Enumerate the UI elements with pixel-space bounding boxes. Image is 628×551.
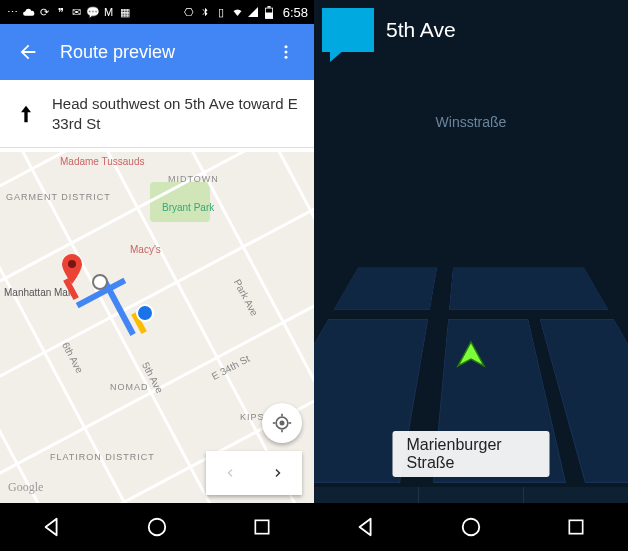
android-nav-bar xyxy=(314,503,628,551)
svg-rect-21 xyxy=(569,520,582,533)
mail-icon: ✉ xyxy=(70,6,83,19)
district-garment: GARMENT DISTRICT xyxy=(6,192,111,202)
nav-back-button[interactable] xyxy=(28,503,76,551)
nav-home-button[interactable] xyxy=(133,503,181,551)
position-cursor-icon xyxy=(454,340,488,370)
nav-recents-button[interactable] xyxy=(552,503,600,551)
svg-point-5 xyxy=(285,56,288,59)
svg-point-8 xyxy=(137,305,153,321)
poi-macys: Macy's xyxy=(130,244,161,255)
svg-point-6 xyxy=(68,260,76,268)
sync-icon: ⟳ xyxy=(38,6,51,19)
svg-rect-2 xyxy=(266,8,272,12)
current-street-label: Marienburger Straße xyxy=(393,431,550,477)
maps-header: Route preview xyxy=(0,24,314,80)
svg-rect-1 xyxy=(268,6,271,8)
bluetooth-icon xyxy=(199,6,212,19)
svg-point-4 xyxy=(285,51,288,54)
cloud-icon xyxy=(22,6,35,19)
direction-road-name: 5th Ave xyxy=(386,18,456,42)
prev-step-button[interactable] xyxy=(206,451,254,495)
svg-point-15 xyxy=(149,519,166,536)
svg-rect-16 xyxy=(255,520,268,533)
signal-icon xyxy=(247,6,260,19)
app-icon: ▦ xyxy=(118,6,131,19)
poi-manhattan-mall: Manhattan Mall xyxy=(4,287,72,298)
district-nomad: NOMAD xyxy=(110,382,149,392)
destination-pin-icon xyxy=(60,254,84,288)
chat-icon: 💬 xyxy=(86,6,99,19)
direction-bubble-icon xyxy=(322,8,374,52)
poi-tussauds: Madame Tussauds xyxy=(60,156,145,167)
next-step-button[interactable] xyxy=(254,451,302,495)
svg-point-20 xyxy=(463,519,480,536)
status-left-icons: ⋯ ⟳ ❞ ✉ 💬 M ▦ xyxy=(6,6,131,19)
district-flatiron: FLATIRON DISTRICT xyxy=(50,452,155,462)
nav-home-button[interactable] xyxy=(447,503,495,551)
direction-banner[interactable]: 5th Ave xyxy=(322,8,456,52)
nav-back-button[interactable] xyxy=(342,503,390,551)
phone-left-googlemaps: ⋯ ⟳ ❞ ✉ 💬 M ▦ ⎔ ▯ 6:58 xyxy=(0,0,314,551)
dual-screenshot-canvas: ⋯ ⟳ ❞ ✉ 💬 M ▦ ⎔ ▯ 6:58 xyxy=(0,0,628,551)
direction-text: Head southwest on 5th Ave toward E 33rd … xyxy=(52,94,298,133)
direction-arrow-icon xyxy=(16,102,36,126)
direction-step[interactable]: Head southwest on 5th Ave toward E 33rd … xyxy=(0,80,314,148)
header-title: Route preview xyxy=(60,42,270,63)
cross-street-label: Winsstraße xyxy=(436,114,507,130)
step-pager xyxy=(206,451,302,495)
location-icon: ⎔ xyxy=(183,6,196,19)
poi-park: Bryant Park xyxy=(162,202,214,213)
current-position-icon xyxy=(136,304,154,322)
status-time: 6:58 xyxy=(283,5,308,20)
google-logo: Google xyxy=(8,480,43,495)
status-bar: ⋯ ⟳ ❞ ✉ 💬 M ▦ ⎔ ▯ 6:58 xyxy=(0,0,314,24)
content-right: 5th Ave Winsstraße Marienburger Straße xyxy=(314,0,628,551)
wifi-icon xyxy=(231,6,244,19)
phone-right-here: ⋯ ⟳ ❞ ✉ 💬 M ▦ ⎔ ▯ 6:59 5th xyxy=(314,0,628,551)
battery-icon xyxy=(263,6,276,19)
status-right-icons: ⎔ ▯ 6:58 xyxy=(183,5,308,20)
nav-recents-button[interactable] xyxy=(238,503,286,551)
back-button[interactable] xyxy=(12,36,44,68)
android-nav-bar xyxy=(0,503,314,551)
district-midtown: MIDTOWN xyxy=(168,174,219,184)
overflow-menu-button[interactable] xyxy=(270,36,302,68)
svg-point-7 xyxy=(93,275,107,289)
my-location-button[interactable] xyxy=(262,403,302,443)
vibrate-icon: ▯ xyxy=(215,6,228,19)
gmail-icon: M xyxy=(102,6,115,19)
more-icon: ⋯ xyxy=(6,6,19,19)
map-viewport[interactable]: Madame Tussauds GARMENT DISTRICT MIDTOWN… xyxy=(0,152,314,503)
svg-point-10 xyxy=(280,421,283,424)
quote-icon: ❞ xyxy=(54,6,67,19)
svg-point-3 xyxy=(285,45,288,48)
step-dot-icon xyxy=(92,274,108,290)
nav-3d-viewport[interactable]: Winsstraße xyxy=(314,80,628,483)
content-left: Route preview Head southwest on 5th Ave … xyxy=(0,24,314,503)
